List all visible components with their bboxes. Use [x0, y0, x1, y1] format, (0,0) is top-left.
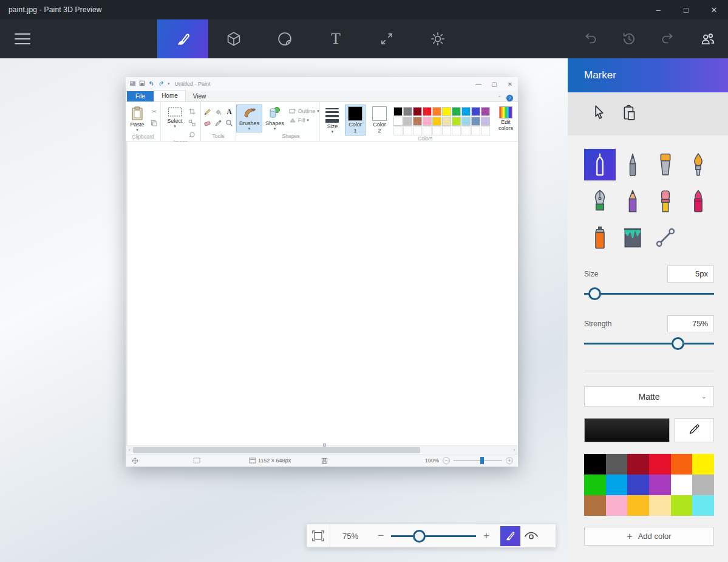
color-swatch[interactable]	[432, 107, 441, 116]
preview-eye-button[interactable]	[520, 526, 542, 546]
cut-icon[interactable]: ✂	[149, 106, 159, 116]
zoom-minus-button[interactable]: −	[370, 530, 391, 542]
color-swatch[interactable]	[692, 495, 714, 516]
collaborate-icon[interactable]	[699, 30, 717, 48]
color-swatch[interactable]	[432, 126, 441, 135]
color-swatch[interactable]	[671, 495, 693, 516]
color-swatch[interactable]	[442, 126, 451, 135]
zoom-slider-thumb[interactable]	[413, 530, 426, 543]
color-swatch[interactable]	[461, 107, 471, 116]
scroll-left-icon[interactable]: ‹	[126, 447, 133, 453]
color-swatch[interactable]	[584, 454, 606, 475]
color-swatch[interactable]	[627, 454, 649, 475]
zoom-in-button[interactable]: +	[506, 457, 513, 464]
color-swatch[interactable]	[423, 107, 432, 116]
canvas-tool-button[interactable]	[361, 19, 412, 58]
outline-dropdown[interactable]: Outline▾	[289, 108, 319, 114]
paint-horizontal-scrollbar[interactable]: ‹ ›	[126, 445, 518, 454]
paint-minimize-button[interactable]: —	[471, 81, 486, 87]
add-color-button[interactable]: + Add color	[584, 527, 714, 546]
size-input[interactable]: 5px	[667, 266, 714, 283]
zoom-out-button[interactable]: −	[443, 457, 450, 464]
paint-canvas[interactable]	[126, 142, 518, 445]
brush-marker[interactable]	[584, 149, 616, 180]
fill-tool-icon[interactable]	[213, 107, 223, 117]
save-icon[interactable]	[139, 80, 145, 87]
color2-button[interactable]: Color 2	[369, 105, 390, 135]
color-swatch[interactable]	[413, 107, 422, 116]
fill-dropdown[interactable]: Fill▾	[289, 117, 319, 123]
brush-fill-bucket[interactable]	[617, 222, 648, 253]
color-swatch[interactable]	[471, 117, 480, 126]
tab-home[interactable]: Home	[154, 90, 186, 101]
color-swatch[interactable]	[649, 475, 671, 495]
history-icon[interactable]	[621, 31, 637, 47]
help-icon[interactable]: ?	[506, 95, 513, 101]
brushes-button[interactable]: Brushes▾	[236, 105, 262, 132]
qat-dropdown-icon[interactable]: ▾	[168, 81, 170, 86]
copy-icon[interactable]	[149, 118, 159, 128]
color-swatch[interactable]	[432, 117, 441, 126]
size-button[interactable]: Size▾	[322, 105, 342, 135]
undo-icon[interactable]	[582, 31, 598, 47]
rotate-icon[interactable]	[188, 129, 197, 139]
color-swatch[interactable]	[413, 117, 422, 126]
color-swatch[interactable]	[481, 107, 490, 116]
color-swatch[interactable]	[461, 117, 471, 126]
brush-pencil[interactable]	[617, 185, 648, 217]
effects-tool-button[interactable]	[412, 19, 463, 58]
color-swatch[interactable]	[403, 117, 412, 126]
color-swatch[interactable]	[442, 117, 451, 126]
text-tool-button[interactable]: T	[310, 19, 361, 58]
brush-eraser[interactable]	[650, 185, 681, 217]
color-swatch[interactable]	[481, 117, 490, 126]
paste-button[interactable]: Paste▾	[128, 105, 148, 134]
eraser-tool-icon[interactable]	[202, 118, 212, 128]
zoom-plus-button[interactable]: +	[476, 530, 497, 542]
paste-icon[interactable]	[622, 105, 637, 124]
color-swatch[interactable]	[671, 475, 693, 495]
paint-close-button[interactable]: ✕	[502, 81, 518, 87]
brush-line[interactable]	[650, 222, 681, 253]
current-color-swatch[interactable]	[584, 418, 670, 442]
redo-icon[interactable]	[660, 31, 676, 47]
brush-oil-brush[interactable]	[682, 149, 714, 180]
minimize-button[interactable]: –	[644, 0, 672, 19]
color-swatch[interactable]	[403, 107, 412, 116]
zoom-slider[interactable]	[391, 524, 476, 547]
color-swatch[interactable]	[606, 495, 628, 516]
color-swatch[interactable]	[423, 126, 432, 135]
color-swatch[interactable]	[584, 475, 606, 495]
fit-to-screen-button[interactable]	[307, 524, 330, 547]
color-swatch[interactable]	[481, 126, 490, 135]
color-swatch[interactable]	[606, 454, 628, 475]
color-swatch[interactable]	[584, 495, 606, 516]
stickers-tool-button[interactable]	[259, 19, 310, 58]
finish-dropdown[interactable]: Matte ⌄	[584, 386, 714, 406]
undo-small-icon[interactable]	[148, 80, 155, 87]
select-cursor-icon[interactable]	[592, 105, 607, 124]
color-swatch[interactable]	[692, 454, 714, 475]
status-zoom-thumb[interactable]	[480, 457, 484, 464]
strength-input[interactable]: 75%	[667, 315, 714, 332]
text-tool-icon[interactable]: A	[224, 107, 234, 117]
color-swatch[interactable]	[606, 475, 628, 495]
pencil-tool-icon[interactable]	[202, 107, 212, 117]
select-button[interactable]: Select▾	[165, 105, 186, 130]
color-swatch[interactable]	[627, 495, 649, 516]
color-swatch[interactable]	[452, 107, 461, 116]
3d-shapes-tool-button[interactable]	[208, 19, 259, 58]
brush-crayon[interactable]	[682, 185, 714, 217]
color-swatch[interactable]	[452, 117, 461, 126]
resize-icon[interactable]	[188, 118, 197, 128]
color-swatch[interactable]	[671, 454, 693, 475]
color-swatch[interactable]	[413, 126, 422, 135]
color-swatch[interactable]	[452, 126, 461, 135]
tab-file[interactable]: File	[127, 91, 154, 101]
marker-mode-button[interactable]	[500, 526, 520, 546]
color-swatch[interactable]	[461, 126, 471, 135]
canvas-resize-handle[interactable]	[323, 444, 326, 447]
color-swatch[interactable]	[471, 107, 480, 116]
color-swatch[interactable]	[403, 126, 412, 135]
size-slider-thumb[interactable]	[588, 287, 601, 300]
